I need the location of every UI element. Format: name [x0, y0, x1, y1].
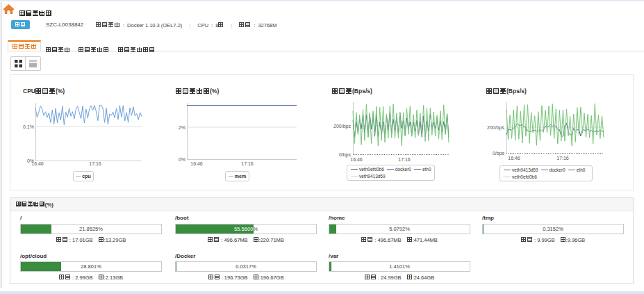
svg-text:200/bps: 200/bps [333, 124, 351, 129]
svg-text:16:46: 16:46 [508, 156, 520, 161]
svg-text:16:46: 16:46 [190, 161, 203, 166]
svg-text:16:46: 16:46 [31, 161, 44, 166]
svg-text:17:16: 17:16 [89, 161, 101, 166]
svg-text:0/bps: 0/bps [339, 152, 352, 158]
svg-text:17:16: 17:16 [241, 161, 254, 166]
svg-text:0.1%: 0.1% [23, 124, 34, 129]
svg-text:16:46: 16:46 [350, 157, 363, 162]
svg-text:17:16: 17:16 [398, 157, 411, 162]
svg-text:0/bps: 0/bps [493, 151, 505, 156]
svg-text:200/bps: 200/bps [487, 125, 504, 131]
svg-text:17:16: 17:16 [556, 156, 569, 161]
svg-text:2%: 2% [179, 125, 185, 130]
svg-text:0%: 0% [179, 157, 185, 162]
